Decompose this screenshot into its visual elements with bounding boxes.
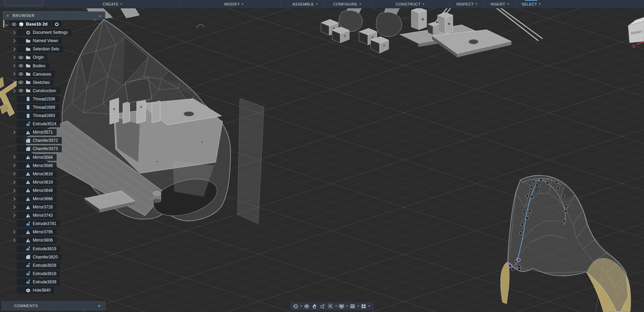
viewports-dropdown-icon[interactable] [368,302,371,310]
expand-chevron-icon[interactable] [10,72,17,77]
tree-item[interactable]: Extrude3839 [0,278,110,286]
menu-construct[interactable]: CONSTRUCT [396,0,425,8]
tree-item[interactable]: Hole3840 [0,286,110,294]
tree-item[interactable]: Chamfer3573 [0,145,110,153]
expand-chevron-icon[interactable] [10,130,17,135]
expand-chevron-icon[interactable] [10,238,17,243]
tree-item[interactable]: Sketches [0,78,110,87]
tree-item[interactable]: Chamfer3572 [0,136,110,145]
tree-item[interactable]: Mirror3616 [0,170,110,178]
expand-chevron-icon[interactable] [10,88,17,93]
expand-chevron-icon[interactable] [10,172,17,176]
expand-chevron-icon[interactable] [3,22,10,27]
tree-item[interactable]: Mirror3588 [0,162,110,170]
mesh-shell-right[interactable] [500,175,631,312]
tree-item-label: Thread1689 [33,105,55,110]
minimize-panel-icon[interactable]: – [98,13,101,18]
component-icon [19,22,24,27]
menu-assemble[interactable]: ASSEMBLE [292,0,318,8]
zoom-fit-icon[interactable] [326,302,334,310]
visibility-eye-icon[interactable] [18,80,23,85]
activate-component-radio[interactable] [52,21,61,28]
tree-item-label: Chamfer3572 [33,138,58,143]
zoom-icon[interactable] [319,302,326,310]
visibility-eye-icon[interactable] [18,55,23,60]
menu-select[interactable]: SELECT [521,0,541,8]
viewports-icon[interactable] [360,302,368,310]
visibility-eye-icon[interactable] [18,88,23,93]
expand-chevron-icon[interactable] [10,205,17,209]
tree-item-label: Mirror3619 [33,180,53,185]
tree-item[interactable]: Extrude3819 [0,245,110,253]
tree-item[interactable]: Canvases [0,70,110,78]
look-at-icon[interactable] [303,302,311,310]
tree-item[interactable]: Thread1536 [0,95,110,103]
menu-insert[interactable]: INSERT [490,0,509,8]
extrude-icon [26,121,31,127]
tree-item[interactable]: Origin [0,53,110,61]
tree-item[interactable]: Extrude3524 [0,120,110,128]
tree-item-label: Extrude3839 [33,280,56,284]
display-settings-icon[interactable] [338,302,345,310]
visibility-eye-icon[interactable] [18,71,23,77]
expand-chevron-icon[interactable] [10,213,17,218]
menu-configure[interactable]: CONFIGURE [333,0,361,8]
tree-item-label: Selection Sets [33,47,59,51]
viewcube[interactable]: RIGHT X [628,17,644,49]
pan-icon[interactable] [311,302,319,310]
tree-item[interactable]: Mirror3584 [0,153,110,162]
visibility-eye-icon[interactable] [11,22,17,27]
tree-item[interactable]: Extrude3781 [0,220,110,228]
expand-chevron-icon[interactable] [10,230,17,234]
tree-item[interactable]: Document Settings [0,28,110,37]
tree-item[interactable]: Named Views [0,37,110,45]
tree-item[interactable]: Mirror3571 [0,128,110,136]
expand-chevron-icon[interactable] [10,163,17,168]
expand-chevron-icon[interactable] [10,80,17,85]
expand-chevron-icon[interactable] [10,155,17,160]
tree-item[interactable]: Construction [0,87,110,95]
expand-chevron-icon[interactable] [10,64,17,68]
menu-inspect[interactable]: INSPECT [456,0,477,8]
tree-item[interactable]: Bodies [0,61,110,70]
menu-create[interactable]: CREATE [103,0,122,8]
grid-and-snaps-dropdown-icon[interactable] [357,302,360,310]
mechanical-parts-top[interactable] [321,8,543,57]
tree-item-label: Mirror3806 [33,238,53,243]
document-tab-outline[interactable] [4,0,43,6]
tree-item[interactable]: Mirror3743 [0,211,110,220]
expand-chevron-icon[interactable] [10,188,17,193]
menu-modify[interactable]: MODIFY [224,0,244,8]
expand-chevron-icon[interactable] [10,47,17,51]
expand-chevron-icon[interactable] [10,55,17,60]
tree-item[interactable]: Extrude3818 [0,270,110,278]
tree-item[interactable]: Mirror3619 [0,178,110,186]
add-comment-icon[interactable]: + [98,303,101,309]
grid-and-snaps-icon[interactable] [349,302,357,310]
tree-item[interactable]: Mirror3806 [0,236,110,244]
expand-chevron-icon[interactable] [10,196,17,201]
visibility-eye-icon[interactable] [18,63,23,68]
tree-item[interactable]: Thread1689 [0,103,110,111]
display-settings-dropdown-icon[interactable] [345,302,349,310]
tree-item[interactable]: Thread1693 [0,111,110,120]
tree-item-label: Thread1693 [33,113,55,118]
expand-chevron-icon[interactable] [10,180,17,185]
tree-item[interactable]: Mirror3648 [0,186,110,195]
orbit-dropdown-icon[interactable] [300,302,303,310]
extrude-icon [26,263,31,268]
expand-chevron-icon[interactable] [10,30,17,35]
tree-item-root-component[interactable]: Base1b 2d [0,20,110,28]
tree-item[interactable]: Selection Sets [0,45,110,53]
collapse-panel-icon[interactable]: « [7,13,9,18]
comments-bar[interactable]: COMMENTS + [2,301,105,310]
expand-chevron-icon[interactable] [10,38,17,43]
zoom-fit-dropdown-icon[interactable] [334,302,338,310]
tree-item[interactable]: Extrude3826 [0,261,110,270]
tree-item[interactable]: Mirror3728 [0,203,110,211]
tree-item[interactable]: Chamfer3820 [0,253,110,261]
browser-header[interactable]: « BROWSER – [3,11,105,20]
orbit-icon[interactable] [292,302,300,310]
tree-item[interactable]: Mirror3666 [0,195,110,203]
tree-item[interactable]: Mirror3795 [0,228,110,236]
